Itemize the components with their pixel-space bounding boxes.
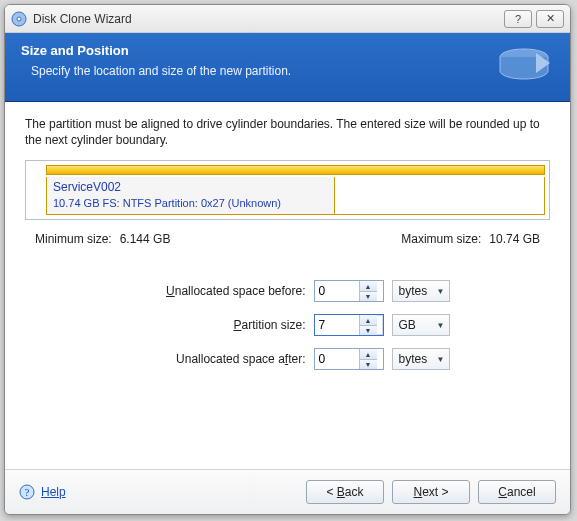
- footer: ? Help < Back Next > Cancel: [5, 469, 570, 514]
- unallocated-before-label: Unallocated space before:: [126, 284, 306, 298]
- header-banner: Size and Position Specify the location a…: [5, 33, 570, 102]
- partition-name: ServiceV002: [53, 180, 328, 196]
- back-button[interactable]: < Back: [306, 480, 384, 504]
- unallocated-before-unit-select[interactable]: bytes▼: [392, 280, 450, 302]
- unallocated-after-spinner[interactable]: ▲ ▼: [314, 348, 384, 370]
- partition-detail: 10.74 GB FS: NTFS Partition: 0x27 (Unkno…: [53, 196, 328, 210]
- size-limits-row: Minimum size: 6.144 GB Maximum size: 10.…: [25, 226, 550, 246]
- unallocated-before-spinner[interactable]: ▲ ▼: [314, 280, 384, 302]
- unallocated-after-unit-select[interactable]: bytes▼: [392, 348, 450, 370]
- svg-point-1: [17, 17, 21, 21]
- spin-down-icon[interactable]: ▼: [360, 291, 377, 302]
- partition-info: ServiceV002 10.74 GB FS: NTFS Partition:…: [46, 177, 335, 215]
- header-title: Size and Position: [21, 43, 494, 58]
- next-button[interactable]: Next >: [392, 480, 470, 504]
- partition-diagram: ServiceV002 10.74 GB FS: NTFS Partition:…: [25, 160, 550, 220]
- chevron-down-icon: ▼: [437, 355, 445, 364]
- chevron-down-icon: ▼: [437, 321, 445, 330]
- partition-size-label: Partition size:: [126, 318, 306, 332]
- titlebar: Disk Clone Wizard ? ✕: [5, 5, 570, 33]
- max-size-value: 10.74 GB: [489, 232, 540, 246]
- partition-size-input[interactable]: [315, 315, 359, 335]
- spin-up-icon[interactable]: ▲: [360, 315, 377, 325]
- svg-text:?: ?: [25, 486, 30, 498]
- wizard-window: Disk Clone Wizard ? ✕ Size and Position …: [4, 4, 571, 515]
- instruction-text: The partition must be aligned to drive c…: [25, 116, 550, 148]
- help-link[interactable]: ? Help: [19, 484, 66, 500]
- close-icon[interactable]: ✕: [536, 10, 564, 28]
- spin-down-icon[interactable]: ▼: [360, 325, 377, 336]
- min-size-value: 6.144 GB: [120, 232, 171, 246]
- partition-empty-region: [335, 177, 545, 215]
- help-button-icon[interactable]: ?: [504, 10, 532, 28]
- unallocated-before-input[interactable]: [315, 281, 359, 301]
- unallocated-after-input[interactable]: [315, 349, 359, 369]
- spin-down-icon[interactable]: ▼: [360, 359, 377, 370]
- partition-size-unit-select[interactable]: GB▼: [392, 314, 450, 336]
- spin-up-icon[interactable]: ▲: [360, 349, 377, 359]
- chevron-down-icon: ▼: [437, 287, 445, 296]
- min-size-label: Minimum size:: [35, 232, 112, 246]
- partition-graphic-icon: [494, 43, 554, 87]
- spin-up-icon[interactable]: ▲: [360, 281, 377, 291]
- partition-size-spinner[interactable]: ▲ ▼: [314, 314, 384, 336]
- form-area: Unallocated space before: ▲ ▼ bytes▼ Par…: [25, 280, 550, 370]
- cancel-button[interactable]: Cancel: [478, 480, 556, 504]
- partition-bar[interactable]: [46, 165, 545, 175]
- header-description: Specify the location and size of the new…: [21, 64, 494, 78]
- disk-icon: [11, 11, 27, 27]
- max-size-label: Maximum size:: [401, 232, 481, 246]
- help-icon: ?: [19, 484, 35, 500]
- unallocated-after-label: Unallocated space after:: [126, 352, 306, 366]
- content-area: The partition must be aligned to drive c…: [5, 102, 570, 469]
- window-title: Disk Clone Wizard: [33, 12, 504, 26]
